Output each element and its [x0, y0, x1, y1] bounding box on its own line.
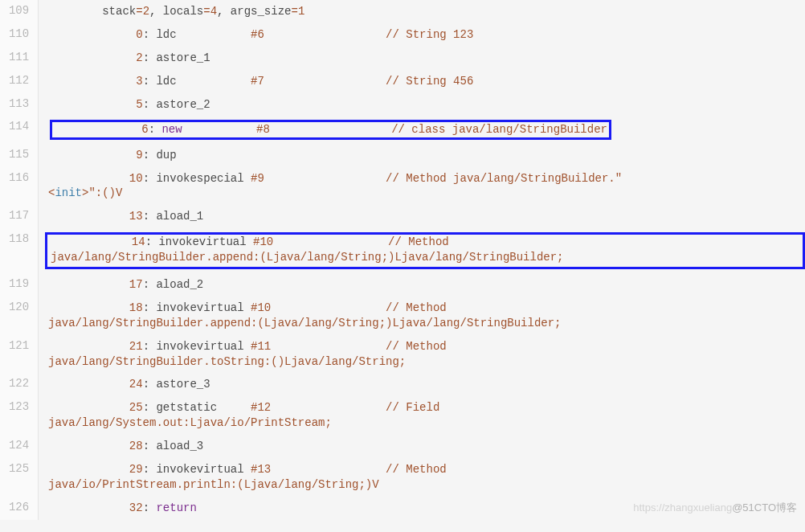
token: : aload_2	[143, 278, 204, 291]
line-number: 120	[0, 297, 39, 335]
token: : invokespecial	[143, 172, 251, 185]
token: java/lang/StringBuilder.append:(Ljava/la…	[48, 317, 562, 329]
token: // String 456	[386, 75, 473, 88]
token: : invokevirtual	[145, 235, 253, 248]
line-number: 119	[0, 273, 39, 297]
token: #11	[251, 340, 271, 353]
code-row: 119 17: aload_2	[0, 273, 805, 297]
token: : invokevirtual	[143, 301, 251, 314]
token	[264, 75, 386, 88]
code-cell: stack=2, locals=4, args_size=1	[39, 0, 805, 23]
code-row: 115 9: dup	[0, 144, 805, 167]
code-row: 112 3: ldc #7 // String 456	[0, 70, 805, 93]
token: 4	[210, 5, 217, 18]
line-number: 125	[0, 458, 39, 497]
token: :	[149, 123, 162, 136]
line-number: 112	[0, 70, 39, 93]
line-number: 118	[0, 228, 39, 273]
token: : ldc	[143, 75, 251, 88]
bytecode-listing: 109 stack=2, locals=4, args_size=1110 0:…	[0, 0, 805, 520]
token: // Method	[388, 235, 456, 248]
code-cell: 10: invokespecial #9 // Method java/lang…	[39, 167, 805, 206]
token	[273, 235, 388, 248]
token	[271, 401, 386, 414]
token: : ldc	[143, 28, 251, 41]
code-cell: 9: dup	[39, 144, 805, 167]
code-row: 110 0: ldc #6 // String 123	[0, 23, 805, 47]
token: java/lang/System.out:Ljava/io/PrintStrea…	[48, 416, 332, 429]
token: // Field	[386, 401, 447, 414]
code-cell: 21: invokevirtual #11 // Method java/lan…	[39, 335, 805, 374]
line-number: 124	[0, 435, 39, 458]
token: // Method	[386, 301, 453, 314]
line-number: 114	[0, 116, 39, 143]
token: return	[156, 501, 196, 514]
line-number: 126	[0, 497, 39, 520]
token	[271, 301, 386, 314]
token: // Method	[386, 340, 453, 353]
line-number: 122	[0, 373, 39, 396]
token: 10	[48, 172, 143, 185]
token: 18	[48, 301, 143, 314]
token: #13	[251, 463, 271, 476]
token: // Method	[386, 463, 453, 476]
token: stack	[48, 5, 136, 18]
token: #9	[251, 172, 264, 185]
code-cell: 24: astore_3	[39, 373, 805, 396]
token: : aload_1	[143, 210, 204, 223]
token: : dup	[143, 149, 177, 162]
code-cell: 17: aload_2	[39, 273, 805, 297]
line-number: 109	[0, 0, 39, 23]
code-cell: 13: aload_1	[39, 205, 805, 228]
token: java/lang/StringBuilder.toString:()Ljava…	[48, 355, 406, 368]
token: 2	[48, 51, 143, 64]
token: 13	[48, 210, 143, 223]
token: java/lang/StringBuilder.append:(Ljava/la…	[51, 251, 564, 264]
token: =	[203, 5, 210, 18]
token: new	[161, 123, 182, 136]
token: java/io/PrintStream.println:(Ljava/lang/…	[48, 478, 379, 491]
token: : invokevirtual	[143, 340, 251, 353]
token: 28	[48, 440, 143, 452]
line-number: 117	[0, 205, 39, 228]
token: =	[136, 5, 142, 18]
token: 25	[48, 401, 143, 414]
token: 5	[48, 98, 143, 111]
highlight-box: 14: invokevirtual #10 // Method java/lan…	[45, 232, 805, 269]
code-cell: 0: ldc #6 // String 123	[39, 23, 805, 47]
code-row: 126 32: return	[0, 497, 805, 520]
code-cell: 29: invokevirtual #13 // Method java/io/…	[39, 458, 805, 497]
token: #7	[251, 75, 264, 88]
token: #10	[251, 301, 271, 314]
token	[270, 123, 391, 136]
line-number: 110	[0, 23, 39, 47]
code-row: 116 10: invokespecial #9 // Method java/…	[0, 167, 805, 206]
token: 14	[51, 235, 145, 248]
code-row: 109 stack=2, locals=4, args_size=1	[0, 0, 805, 23]
line-number: 111	[0, 47, 39, 70]
token: , args_size	[217, 5, 291, 18]
token	[264, 172, 386, 185]
token: >":()V	[82, 186, 122, 199]
code-row: 118 14: invokevirtual #10 // Method java…	[0, 228, 805, 273]
code-row: 121 21: invokevirtual #11 // Method java…	[0, 335, 805, 374]
code-cell: 2: astore_1	[39, 47, 805, 70]
line-number: 121	[0, 335, 39, 374]
token: 24	[48, 378, 143, 391]
line-number: 115	[0, 144, 39, 167]
token: 1	[298, 5, 304, 18]
code-row: 114 6: new #8 // class java/lang/StringB…	[0, 116, 805, 143]
code-row: 113 5: astore_2	[0, 93, 805, 117]
token: , locals	[149, 5, 203, 18]
token: 9	[48, 149, 143, 162]
token: #10	[253, 235, 273, 248]
token: // String 123	[386, 28, 473, 41]
token: 6	[54, 123, 149, 136]
token: : astore_2	[143, 98, 210, 111]
token: : aload_3	[143, 440, 204, 452]
code-cell: 6: new #8 // class java/lang/StringBuild…	[39, 116, 805, 143]
token: =	[291, 5, 297, 18]
code-row: 111 2: astore_1	[0, 47, 805, 70]
token: : astore_1	[143, 51, 210, 64]
line-number: 116	[0, 167, 39, 206]
